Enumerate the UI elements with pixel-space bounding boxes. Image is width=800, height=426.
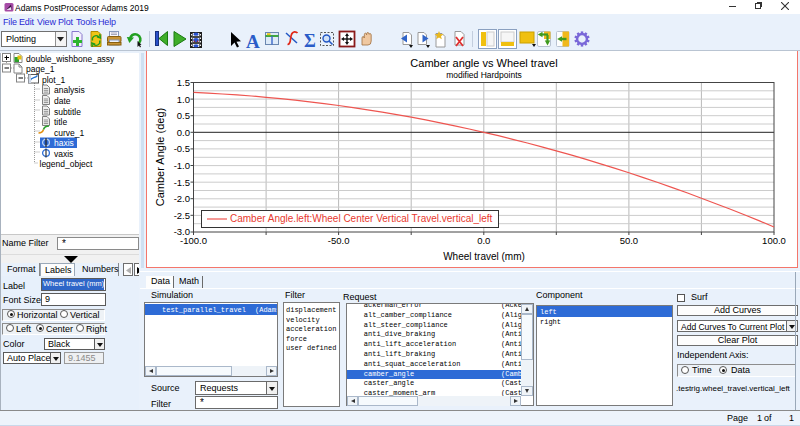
svg-text:legend_object: legend_object <box>40 159 94 169</box>
svg-text:Σ: Σ <box>304 31 316 51</box>
svg-text:page_1: page_1 <box>26 64 55 74</box>
svg-text:vaxis: vaxis <box>54 149 73 159</box>
svg-text:0.0: 0.0 <box>477 235 490 246</box>
svg-text:-2.5: -2.5 <box>174 210 190 221</box>
svg-text:-1.0: -1.0 <box>174 160 190 171</box>
svg-text:-2.0: -2.0 <box>174 193 190 204</box>
svg-text:curve_1: curve_1 <box>54 128 85 138</box>
svg-text:50.0: 50.0 <box>620 235 639 246</box>
svg-text:1.0: 1.0 <box>177 94 190 105</box>
svg-text:subtitle: subtitle <box>54 107 81 117</box>
svg-text:0.5: 0.5 <box>177 110 190 121</box>
svg-text:-50.0: -50.0 <box>328 235 350 246</box>
svg-text:Camber angle vs Wheel travel: Camber angle vs Wheel travel <box>410 57 557 69</box>
svg-text:A: A <box>246 31 260 52</box>
svg-text:-0.5: -0.5 <box>174 143 190 154</box>
svg-text:1.5: 1.5 <box>177 77 190 88</box>
svg-text:modified Hardpoints: modified Hardpoints <box>446 70 522 80</box>
svg-text:-1.5: -1.5 <box>174 177 190 188</box>
svg-text:plot_1: plot_1 <box>42 75 65 85</box>
svg-text:haxis: haxis <box>54 138 74 148</box>
svg-text:Wheel travel (mm): Wheel travel (mm) <box>443 251 525 262</box>
svg-text:double_wishbone_assy: double_wishbone_assy <box>26 54 115 64</box>
svg-text:analysis: analysis <box>54 85 85 95</box>
svg-text:100.0: 100.0 <box>762 235 786 246</box>
svg-text:-100.0: -100.0 <box>180 235 207 246</box>
svg-text:Camber Angle (deg): Camber Angle (deg) <box>154 108 166 206</box>
svg-text:Camber Angle.left:Wheel Center: Camber Angle.left:Wheel Center Vertical … <box>230 213 493 224</box>
svg-text:title: title <box>54 117 68 127</box>
svg-text:date: date <box>54 96 71 106</box>
svg-text:0.0: 0.0 <box>177 127 190 138</box>
